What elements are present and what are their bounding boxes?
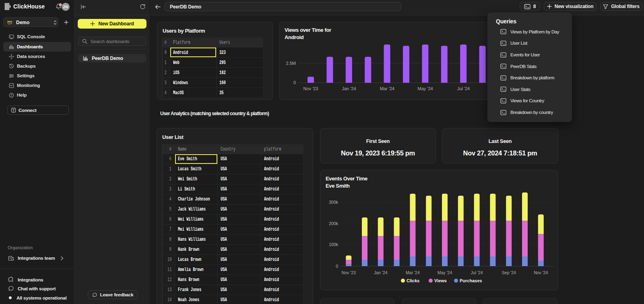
svg-text:Jul '24: Jul '24 <box>471 270 483 275</box>
svg-text:Nov '24: Nov '24 <box>534 270 548 275</box>
svg-text:2.5M: 2.5M <box>286 61 296 66</box>
svg-text:300k: 300k <box>329 200 339 205</box>
svg-text:Views: Views <box>434 278 447 283</box>
svg-text:Clicks: Clicks <box>407 278 419 283</box>
svg-text:Purchases: Purchases <box>460 278 482 283</box>
svg-text:Jan '24: Jan '24 <box>342 86 356 91</box>
svg-text:Mar '24: Mar '24 <box>406 270 420 275</box>
svg-text:Nov '23: Nov '23 <box>342 270 356 275</box>
svg-text:100k: 100k <box>329 242 339 247</box>
svg-text:Nov '23: Nov '23 <box>303 86 318 91</box>
svg-text:Jan '24: Jan '24 <box>374 270 388 275</box>
svg-text:0: 0 <box>293 80 296 85</box>
svg-text:Jul '24: Jul '24 <box>457 86 470 91</box>
svg-text:Sep '24: Sep '24 <box>502 270 516 275</box>
svg-text:May '24: May '24 <box>438 270 452 275</box>
svg-text:May '24: May '24 <box>418 86 433 91</box>
svg-text:200k: 200k <box>329 221 339 226</box>
svg-text:aws: aws <box>7 20 12 23</box>
svg-text:Mar '24: Mar '24 <box>380 86 394 91</box>
svg-text:0: 0 <box>336 264 338 269</box>
